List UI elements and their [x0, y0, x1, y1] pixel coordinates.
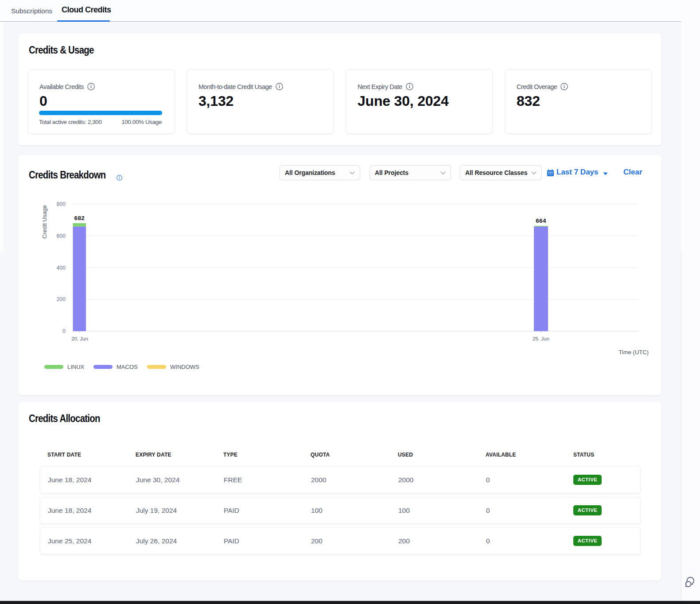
- svg-text:664: 664: [536, 217, 546, 224]
- svg-text:Time (UTC): Time (UTC): [619, 349, 649, 356]
- svg-text:800: 800: [56, 201, 66, 207]
- svg-text:25. Jun: 25. Jun: [533, 336, 549, 341]
- svg-text:Credit Usage: Credit Usage: [41, 205, 48, 239]
- svg-text:200: 200: [56, 296, 66, 302]
- svg-text:600: 600: [56, 233, 66, 239]
- svg-text:MACOS: MACOS: [117, 364, 138, 370]
- svg-text:LINUX: LINUX: [67, 364, 85, 370]
- svg-text:682: 682: [74, 215, 85, 221]
- svg-text:0: 0: [62, 328, 66, 334]
- svg-text:20. Jun: 20. Jun: [71, 336, 88, 341]
- svg-text:400: 400: [56, 265, 66, 271]
- svg-text:WINDOWS: WINDOWS: [170, 364, 199, 370]
